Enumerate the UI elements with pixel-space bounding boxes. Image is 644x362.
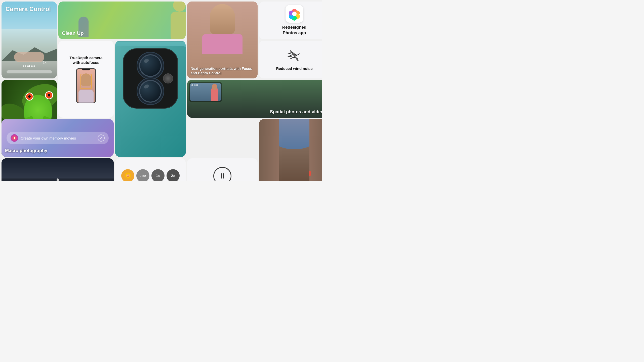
spatial-label: Spatial photos and videos [270, 109, 322, 115]
fusion-card: 48MP Fusion camera with 2× Telephoto [259, 119, 322, 181]
frog-eye-left [25, 93, 33, 101]
wind-noise-card: Reduced wind noise [259, 41, 322, 78]
person-body [171, 12, 186, 39]
lens-button-group: 🌼 0.5× 1× 2× [121, 169, 180, 181]
frog-eye-right [45, 91, 53, 99]
frog-pupil-left [28, 95, 31, 98]
truedepth-card: TrueDepth camera with autofocus [58, 41, 114, 118]
portrait-shirt-shape [202, 34, 243, 54]
clean-up-card: Clean Up [58, 2, 186, 39]
truedepth-title: TrueDepth camera with autofocus [68, 55, 105, 65]
pause-icon: ⏸ [219, 172, 226, 180]
sparkle-icon: ✦ [13, 136, 16, 141]
person-head [173, 2, 186, 12]
hand-shape [14, 52, 44, 62]
fusion-person [309, 171, 311, 176]
td-line2: with autofocus [73, 60, 99, 65]
camera-lens-bottom [139, 80, 162, 103]
fusion-48mp-label: 48MP [259, 179, 322, 181]
photos-icon-svg [287, 6, 302, 21]
td-person-body [78, 90, 94, 103]
portrait-head-shape [210, 4, 235, 34]
photos-title-line1: Redesigned [282, 25, 306, 30]
memory-submit-button[interactable]: ✓ [98, 134, 105, 142]
pause-button[interactable]: ⏸ [213, 167, 231, 181]
fusion-top-text: 48MP [285, 179, 303, 181]
macro-flower-icon: 🌼 [125, 172, 131, 179]
zoom-label: 1× [43, 61, 47, 65]
frog-pupil-right [48, 94, 50, 97]
photos-app-icon [286, 5, 303, 23]
camera-control-card: 1× Camera Control [2, 2, 57, 78]
check-icon: ✓ [100, 136, 103, 140]
photos-app-title: Redesigned Photos app [282, 25, 306, 36]
portrait-person [200, 4, 245, 54]
phone-edge [117, 41, 184, 41]
spatial-person-body [211, 88, 218, 101]
spatial-frame: ⚙ [189, 82, 222, 102]
spatial-person-head [212, 84, 217, 90]
gear-icon: ⚙ [196, 84, 198, 86]
control-bar [7, 70, 52, 73]
camera-lens-top [139, 54, 162, 77]
camera-control-title: Camera Control [6, 6, 51, 13]
canyon-wall-right [309, 119, 322, 181]
spatial-inner: ⚙ [190, 83, 221, 101]
two-x-lens-button[interactable]: 2× [167, 169, 180, 181]
half-x-lens-button[interactable]: 0.5× [136, 169, 149, 181]
pause-card: ⏸ Pause video recording [187, 158, 258, 181]
spatial-card: ⚙ Spatial photos and videos [187, 80, 322, 118]
phone-side-bg [2, 61, 57, 78]
ctrl-dot-2 [194, 84, 196, 86]
face-detection-rect [80, 74, 92, 89]
memory-ai-icon: ✦ [11, 134, 18, 142]
ultrawide-card: New Ultra Wide with autofocus [2, 158, 114, 181]
memory-input[interactable]: ✦ Create your own memory movies ✓ [7, 132, 109, 144]
one-x-label: 1× [156, 174, 160, 178]
one-x-lens-button[interactable]: 1× [151, 169, 165, 181]
td-line1: TrueDepth camera [70, 56, 103, 60]
memory-text: Create your own memory movies [21, 136, 95, 140]
phone-mockup [76, 68, 96, 103]
uw-sky [2, 158, 114, 178]
lenses-card: 🌼 0.5× 1× 2× Four lenses in your pocket [115, 158, 186, 181]
photos-title-line2: Photos app [283, 30, 306, 35]
ctrl-dot-1 [191, 84, 193, 86]
wind-title: Reduced wind noise [273, 66, 315, 71]
wind-icon-svg [287, 49, 302, 64]
phone-notch [82, 69, 90, 70]
portraits-card: Next-generation portraits with Focus and… [187, 2, 258, 78]
camera-flash [163, 73, 173, 83]
phone-screen [77, 69, 95, 103]
half-x-label: 0.5× [140, 174, 146, 178]
two-x-label: 2× [171, 174, 175, 178]
clean-up-label: Clean Up [62, 30, 84, 36]
control-dots [23, 65, 35, 67]
photos-app-card: Redesigned Photos app [259, 2, 322, 39]
main-camera-card [115, 41, 186, 157]
macro-lens-button[interactable]: 🌼 [121, 169, 134, 181]
canyon-wall-left [259, 119, 279, 181]
macro-label: Macro photography [5, 148, 47, 153]
portraits-label: Next-generation portraits with Focus and… [191, 66, 254, 75]
svg-point-6 [292, 12, 297, 16]
uw-person [57, 178, 59, 181]
